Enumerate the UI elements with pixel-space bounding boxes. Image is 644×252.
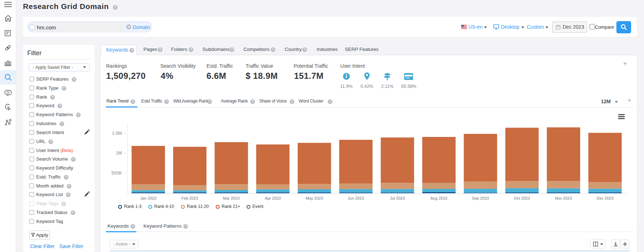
svg-text:Nov 2023: Nov 2023 (555, 196, 572, 200)
svg-text:Rank 11-20: Rank 11-20 (187, 204, 209, 209)
svg-text:Jul 2023: Jul 2023 (390, 196, 405, 200)
svg-text:Dec 2023: Dec 2023 (597, 196, 614, 200)
svg-text:Jan 2023: Jan 2023 (140, 196, 156, 200)
svg-text:Feb 2023: Feb 2023 (181, 196, 198, 200)
svg-text:Aug 2023: Aug 2023 (431, 196, 448, 200)
svg-text:1.5M: 1.5M (112, 131, 122, 136)
svg-text:1M: 1M (116, 151, 122, 156)
svg-text:Mar 2023: Mar 2023 (223, 196, 240, 200)
svg-text:Rank 1-3: Rank 1-3 (124, 204, 142, 209)
svg-text:Rank 4-10: Rank 4-10 (154, 204, 174, 209)
svg-text:May 2023: May 2023 (306, 196, 323, 200)
svg-text:Rank 21+: Rank 21+ (222, 204, 240, 209)
svg-text:Sep 2023: Sep 2023 (472, 196, 489, 200)
svg-text:Jun 2023: Jun 2023 (348, 196, 364, 200)
svg-text:Event: Event (252, 204, 264, 209)
svg-text:Oct 2023: Oct 2023 (514, 196, 530, 200)
svg-text:Apr 2023: Apr 2023 (265, 196, 281, 200)
svg-text:500K: 500K (112, 171, 122, 176)
